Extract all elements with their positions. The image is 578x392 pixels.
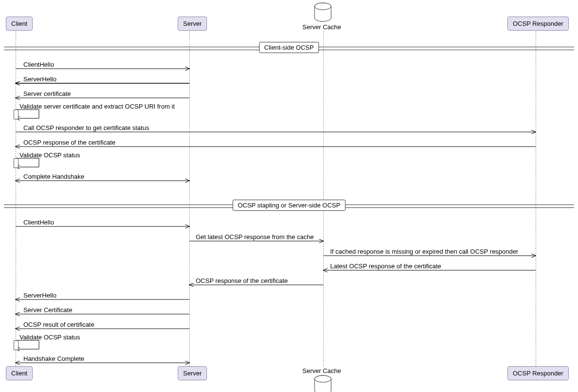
actor-responder-bottom: OCSP Responder (507, 366, 569, 380)
msg-m14: ServerHello (23, 292, 56, 299)
msg-m1: ClientHello (23, 61, 54, 68)
msg-m13: OCSP response of the certificate (196, 277, 288, 284)
msg-m12: Latest OCSP response of the certificate (330, 262, 441, 270)
msg-m7: Validate OCSP status (19, 151, 80, 159)
msg-m5: Call OCSP responder to get certificate s… (23, 124, 149, 131)
cache-db-icon-bottom (313, 375, 333, 392)
self-activation-3 (14, 340, 19, 350)
actor-server-bottom: Server (178, 366, 207, 380)
msg-m17: Validate OCSP status (19, 334, 80, 341)
msg-m18: Handshake Complete (23, 355, 84, 362)
divider-ocsp-stapling: OCSP stapling or Server-side OCSP (0, 205, 578, 208)
msg-m4: Validate server certificate and extract … (19, 103, 175, 110)
svg-point-19 (315, 375, 331, 382)
msg-m11: If cached response is missing or expired… (330, 248, 518, 255)
actor-client-bottom: Client (6, 366, 33, 380)
msg-m6: OCSP response of the certificate (23, 139, 115, 146)
self-activation-2 (14, 158, 19, 168)
msg-m9: ClientHello (23, 219, 54, 226)
self-activation-1 (14, 110, 19, 119)
msg-m8: Complete Handshake (23, 173, 84, 180)
cache-label-bottom: Server Cache (302, 367, 341, 374)
msg-m3: Server certificate (23, 90, 71, 97)
msg-m10: Get latest OCSP response from the cache (196, 233, 314, 241)
msg-m15: Server Certificate (23, 306, 72, 314)
msg-m16: OCSP result of certificate (23, 321, 94, 328)
msg-m2: ServerHello (23, 75, 56, 83)
sequence-arrows (0, 0, 578, 392)
